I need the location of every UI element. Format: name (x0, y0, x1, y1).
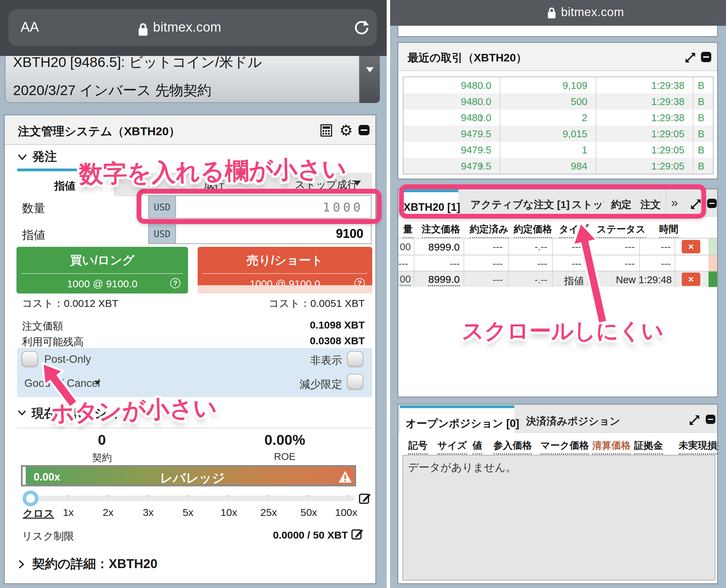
annotation-field-small: 数字を入れる欄が小さい (79, 153, 347, 191)
slider-label-100x[interactable]: 100x (332, 507, 360, 518)
slider-label-3x[interactable]: 3x (140, 507, 157, 518)
minimize-icon[interactable] (701, 52, 711, 62)
col-divider (500, 77, 500, 174)
order-time: 1:29:48 (639, 274, 672, 286)
buy-button[interactable]: 買い/ロング 1000 @ 9100.0 ? (16, 247, 188, 293)
time-in-force-select[interactable]: Good Til Cancel (24, 377, 100, 390)
left-url-bar[interactable]: AA bitmex.com (8, 9, 377, 46)
sell-button-bottom-strip (198, 285, 372, 293)
slider-stop-3x[interactable] (146, 495, 150, 499)
right-url-text[interactable]: bitmex.com (561, 5, 624, 19)
order-price: --- (450, 258, 460, 269)
chevron-right-icon[interactable] (18, 560, 24, 569)
buy-summary-text: 1000 @ 9100.0 (67, 278, 138, 289)
limit-price-input[interactable]: 9100 (176, 223, 372, 244)
order-status: --- (625, 258, 635, 269)
slider-stop-25x[interactable] (266, 495, 270, 499)
positions-empty-area: データがありません。 (402, 455, 715, 580)
minimize-icon[interactable] (359, 125, 370, 135)
calculator-icon[interactable] (320, 124, 332, 137)
hidden-toggle[interactable] (347, 351, 363, 367)
post-only-toggle[interactable] (22, 351, 38, 367)
positions-header-margin[interactable]: 証拠金 (634, 439, 663, 454)
chevron-down-icon[interactable] (17, 410, 26, 416)
available-balance-label: 利用可能残高 (22, 335, 84, 349)
order-row[interactable]: 00 8999.0 --- -.-- 指値 New 1:29:48 × (398, 272, 717, 287)
slider-stop-100x[interactable] (346, 495, 350, 499)
orders-header-time[interactable]: 時間 (659, 223, 678, 238)
tab-closed-positions[interactable]: 決済済みポジション (526, 414, 620, 428)
expand-icon[interactable] (685, 53, 695, 63)
order-row[interactable]: 00 8999.0 --- -.-- --- --- --- × (398, 239, 717, 255)
edit-icon[interactable] (351, 528, 364, 540)
trade-time: 1:29:38 (651, 112, 684, 124)
leverage-value: 0.00x (34, 471, 60, 483)
instrument-line2: 2020/3/27 インバース 先物契約 (13, 81, 211, 100)
slider-label-2x[interactable]: 2x (99, 507, 117, 518)
orders-header-filled[interactable]: 約定済み (470, 223, 508, 238)
order-row[interactable]: --- --- --- --- --- --- --- (398, 255, 717, 271)
reload-icon[interactable] (353, 19, 370, 36)
slider-stop-2x[interactable] (106, 495, 110, 499)
positions-header-value[interactable]: 値 (472, 439, 482, 454)
slider-label-1x[interactable]: 1x (60, 507, 77, 518)
order-value: 0.1098 XBT (310, 319, 365, 331)
slider-label-5x[interactable]: 5x (179, 507, 197, 518)
annotation-button-small: ボタンが小さい (50, 392, 218, 429)
slider-label-25x[interactable]: 25x (257, 507, 281, 518)
sell-button-divider (202, 273, 367, 274)
tab-open-positions[interactable]: オープンポジション [0] (400, 405, 514, 433)
slider-stop-10x[interactable] (226, 495, 230, 499)
orders-header-status[interactable]: ステータス (597, 223, 646, 238)
expand-icon[interactable] (689, 415, 700, 425)
leverage-slider-knob[interactable] (23, 491, 38, 506)
positions-header-entry-price[interactable]: 参入価格 (493, 439, 532, 454)
help-icon[interactable]: ? (170, 278, 180, 288)
orders-header-fillprice[interactable]: 約定価格 (514, 223, 552, 238)
cancel-order-button[interactable]: × (682, 273, 700, 286)
positions-header-size[interactable]: サイズ (437, 439, 467, 454)
orders-header-qty[interactable]: 量 (403, 223, 413, 238)
left-url-text[interactable]: bitmex.com (153, 20, 221, 35)
section-order-label[interactable]: 発注 (32, 148, 57, 165)
orders-header-type[interactable]: タイプ (559, 223, 588, 238)
positions-header-mark-price[interactable]: マーク価格 (540, 439, 589, 454)
cancel-order-button[interactable]: × (682, 240, 700, 253)
trade-size: 2 (582, 112, 587, 124)
col-divider (596, 77, 596, 174)
recent-trades-panel: 最近の取引（XBTH20） 9480.0 9,109 1:29:38 B (397, 42, 718, 180)
positions-header-unrealized-pnl[interactable]: 未実現損益 (679, 439, 718, 454)
edit-icon[interactable] (359, 492, 371, 504)
contract-details-link[interactable]: 契約の詳細：XBTH20 (32, 555, 157, 573)
tab-overflow-caret-icon[interactable] (353, 181, 361, 186)
slider-stop-50x[interactable] (306, 495, 310, 499)
trade-size: 9,015 (562, 128, 587, 140)
lock-icon (138, 23, 148, 36)
minimize-icon[interactable] (706, 415, 715, 424)
orders-header-price[interactable]: 注文価格 (422, 223, 460, 238)
positions-header-symbol[interactable]: 記号 (408, 439, 428, 454)
right-browser-chrome: bitmex.com (390, 0, 726, 26)
trade-side: B (698, 128, 704, 140)
reduce-only-toggle[interactable] (347, 374, 363, 390)
order-side-strip (709, 239, 717, 255)
trade-side: B (698, 145, 704, 156)
trades-table: 9480.0 9,109 1:29:38 B 9480.0 500 1:29:3… (403, 77, 714, 174)
slider-stop-5x[interactable] (186, 495, 190, 499)
slider-label-10x[interactable]: 10x (217, 507, 241, 518)
leverage-slider-track[interactable] (27, 496, 354, 501)
order-options-box: Post-Only 非表示 Good Til Cancel 減少限定 (17, 348, 372, 397)
slider-label-50x[interactable]: 50x (297, 507, 321, 518)
tab-limit-label: 指値 (54, 179, 75, 193)
sell-button[interactable]: 売り/ショート 1000 @ 9100.0 ? (198, 247, 372, 293)
positions-header-liquidation-price[interactable]: 清算価格 (592, 439, 631, 454)
slider-stop-1x[interactable] (66, 495, 70, 499)
trade-time: 1:29:05 (651, 145, 684, 156)
reader-button[interactable]: AA (21, 19, 39, 35)
slider-label-cross[interactable]: クロス (23, 507, 54, 521)
trade-side: B (698, 112, 704, 124)
minimize-icon[interactable] (707, 199, 717, 208)
gear-icon[interactable]: ⚙ (339, 122, 353, 139)
chevron-down-icon[interactable] (17, 154, 27, 161)
order-qty: 00 (400, 241, 411, 253)
